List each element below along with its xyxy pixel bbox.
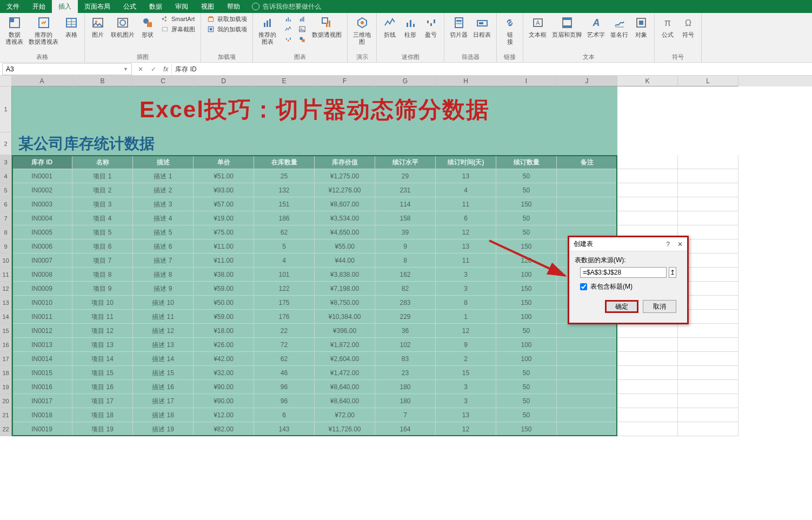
row-header-20[interactable]: 20 xyxy=(0,394,12,408)
table-cell[interactable]: ¥59.00 xyxy=(194,310,254,324)
table-cell[interactable] xyxy=(557,197,617,211)
ribbon-rchart[interactable]: 推荐的 图表 xyxy=(256,14,278,46)
table-cell[interactable]: 132 xyxy=(254,183,315,197)
table-cell[interactable]: 82 xyxy=(375,282,436,296)
ribbon-store[interactable]: 获取加载项 xyxy=(204,14,249,24)
col-header-C[interactable]: C xyxy=(133,76,194,86)
table-cell[interactable]: 101 xyxy=(254,268,315,282)
table-cell[interactable]: 项目 8 xyxy=(72,268,133,282)
table-header[interactable]: 名称 xyxy=(72,155,133,169)
table-cell[interactable]: 180 xyxy=(375,394,436,408)
table-cell[interactable]: 114 xyxy=(375,197,436,211)
table-cell[interactable]: 项目 15 xyxy=(72,366,133,380)
table-cell[interactable]: 1 xyxy=(436,310,496,324)
table-cell[interactable]: 96 xyxy=(254,394,315,408)
table-header[interactable]: 描述 xyxy=(133,155,194,169)
table-row[interactable]: IN0016项目 16描述 16¥90.0096¥8,640.00180350 xyxy=(12,380,812,394)
table-cell[interactable]: 283 xyxy=(375,296,436,310)
table-cell[interactable]: 50 xyxy=(496,183,557,197)
table-cell[interactable]: 62 xyxy=(254,225,315,239)
row-header-11[interactable]: 11 xyxy=(0,268,12,282)
table-cell[interactable]: 3 xyxy=(436,394,496,408)
ribbon-rchart[interactable] xyxy=(296,14,309,24)
table-cell[interactable] xyxy=(557,169,617,183)
enter-formula-icon[interactable]: ✓ xyxy=(147,65,160,73)
table-row[interactable]: IN0018项目 18描述 18¥12.006¥72.0071350 xyxy=(12,408,812,422)
table-cell[interactable]: IN0007 xyxy=(12,254,72,268)
table-cell[interactable]: 描述 10 xyxy=(133,296,194,310)
table-cell[interactable]: 项目 1 xyxy=(72,169,133,183)
table-cell[interactable]: 描述 16 xyxy=(133,380,194,394)
table-cell[interactable] xyxy=(557,380,617,394)
table-cell[interactable]: IN0012 xyxy=(12,324,72,338)
row-header-13[interactable]: 13 xyxy=(0,296,12,310)
table-cell[interactable]: ¥59.00 xyxy=(194,282,254,296)
table-cell[interactable] xyxy=(557,324,617,338)
headers-checkbox[interactable]: 表包含标题(M) xyxy=(580,282,676,291)
table-cell[interactable]: 50 xyxy=(496,380,557,394)
table-cell[interactable]: 150 xyxy=(496,282,557,296)
table-cell[interactable]: ¥396.00 xyxy=(315,324,375,338)
table-cell[interactable]: 36 xyxy=(375,324,436,338)
table-cell[interactable]: 22 xyxy=(254,324,315,338)
col-header-H[interactable]: H xyxy=(436,76,496,86)
table-cell[interactable]: 8 xyxy=(375,254,436,268)
ribbon-obj[interactable]: 对象 xyxy=(631,14,651,39)
table-cell[interactable]: 158 xyxy=(375,211,436,225)
table-cell[interactable]: ¥18.00 xyxy=(194,324,254,338)
ok-button[interactable]: 确定 xyxy=(605,300,638,313)
table-cell[interactable]: IN0010 xyxy=(12,296,72,310)
table-cell[interactable]: 项目 2 xyxy=(72,183,133,197)
menu-tab-0[interactable]: 文件 xyxy=(0,0,26,13)
ribbon-sym[interactable]: Ω符号 xyxy=(678,14,698,39)
table-cell[interactable]: ¥72.00 xyxy=(315,408,375,422)
ribbon-txtbox[interactable]: A文本框 xyxy=(527,14,549,39)
table-cell[interactable]: 2 xyxy=(436,352,496,366)
table-row[interactable]: IN0005项目 5描述 5¥75.0062¥4,650.00391250 xyxy=(12,225,812,239)
row-header-12[interactable]: 12 xyxy=(0,282,12,296)
close-icon[interactable]: ✕ xyxy=(677,241,683,248)
col-header-I[interactable]: I xyxy=(496,76,557,86)
table-header[interactable]: 续订数量 xyxy=(496,155,557,169)
ribbon-sa[interactable]: SmartArt xyxy=(158,14,197,24)
table-header[interactable]: 在库数量 xyxy=(254,155,315,169)
table-cell[interactable]: 50 xyxy=(496,169,557,183)
table-cell[interactable]: 描述 11 xyxy=(133,310,194,324)
table-row[interactable]: IN0014项目 14描述 14¥42.0062¥2,604.00832100 xyxy=(12,352,812,366)
menu-tab-4[interactable]: 公式 xyxy=(117,0,143,13)
ribbon-spcol[interactable] xyxy=(282,14,295,24)
row-header-22[interactable]: 22 xyxy=(0,422,12,436)
table-cell[interactable]: 9 xyxy=(375,239,436,254)
table-cell[interactable] xyxy=(557,408,617,422)
row-header-6[interactable]: 6 xyxy=(0,197,12,211)
table-cell[interactable]: ¥11.00 xyxy=(194,239,254,254)
table-cell[interactable]: IN0003 xyxy=(12,197,72,211)
menu-tab-8[interactable]: 帮助 xyxy=(221,0,247,13)
ribbon-link[interactable]: 链 接 xyxy=(500,14,520,46)
table-row[interactable]: IN0001项目 1描述 1¥51.0025¥1,275.00291350 xyxy=(12,169,812,183)
table-cell[interactable]: 6 xyxy=(436,211,496,225)
menu-tab-7[interactable]: 视图 xyxy=(195,0,221,13)
row-header-9[interactable]: 9 xyxy=(0,239,12,254)
table-cell[interactable]: 描述 8 xyxy=(133,268,194,282)
chevron-down-icon[interactable]: ▼ xyxy=(123,66,128,72)
ribbon-slicer[interactable]: 切片器 xyxy=(448,14,470,39)
ribbon-pvt[interactable]: 数据 透视表 xyxy=(3,14,25,46)
table-cell[interactable]: 50 xyxy=(496,408,557,422)
table-cell[interactable]: 25 xyxy=(254,169,315,183)
menu-tab-3[interactable]: 页面布局 xyxy=(78,0,117,13)
col-header-L[interactable]: L xyxy=(678,76,738,86)
menu-tab-2[interactable]: 插入 xyxy=(52,0,78,13)
table-cell[interactable]: 13 xyxy=(436,408,496,422)
table-cell[interactable]: 项目 4 xyxy=(72,211,133,225)
table-cell[interactable]: 描述 3 xyxy=(133,197,194,211)
table-cell[interactable]: 项目 7 xyxy=(72,254,133,268)
table-cell[interactable]: IN0009 xyxy=(12,282,72,296)
ribbon-pic[interactable] xyxy=(296,24,309,34)
table-cell[interactable]: 描述 19 xyxy=(133,422,194,436)
table-cell[interactable]: IN0004 xyxy=(12,211,72,225)
table-cell[interactable]: 项目 19 xyxy=(72,422,133,436)
menu-tab-1[interactable]: 开始 xyxy=(26,0,52,13)
table-cell[interactable]: 描述 18 xyxy=(133,408,194,422)
table-cell[interactable]: ¥3,838.00 xyxy=(315,268,375,282)
